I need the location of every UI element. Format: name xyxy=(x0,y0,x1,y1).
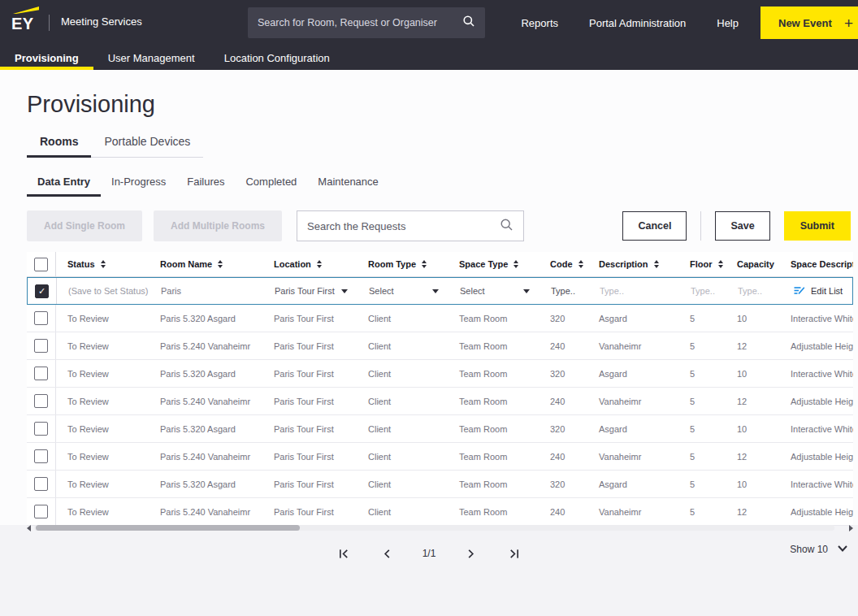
cell-space-type: Team Room xyxy=(448,341,539,351)
column-header-code[interactable]: Code xyxy=(539,259,587,269)
ey-beam-icon xyxy=(13,7,39,14)
tab-maintenance[interactable]: Maintenance xyxy=(307,176,388,197)
sort-icon[interactable] xyxy=(578,260,583,268)
tab-portable-devices[interactable]: Portable Devices xyxy=(91,135,203,158)
column-header-location[interactable]: Location xyxy=(262,259,357,269)
table-row[interactable]: To Review Paris 5.320 Asgard Paris Tour … xyxy=(27,415,853,443)
search-icon[interactable] xyxy=(500,218,514,235)
column-header-floor[interactable]: Floor xyxy=(678,259,726,269)
tab-completed[interactable]: Completed xyxy=(235,176,307,197)
column-header-room-name[interactable]: Room Name xyxy=(149,259,262,269)
table-row[interactable]: To Review Paris 5.240 Vanaheimr Paris To… xyxy=(27,498,853,526)
first-page-button[interactable] xyxy=(336,546,352,562)
submit-button[interactable]: Submit xyxy=(784,211,851,241)
requests-search[interactable] xyxy=(297,210,524,241)
row-checkbox[interactable] xyxy=(34,505,48,518)
cell-space-type: Team Room xyxy=(448,424,539,434)
cell-description: Vanaheimr xyxy=(587,452,678,462)
cell-code: 320 xyxy=(539,314,587,323)
cell-location: Paris Tour First xyxy=(262,397,357,406)
new-event-button[interactable]: New Event + xyxy=(760,7,858,39)
scroll-left-arrow-icon[interactable] xyxy=(27,525,31,531)
sort-icon[interactable] xyxy=(317,260,322,268)
sort-icon[interactable] xyxy=(422,260,427,268)
sort-icon[interactable] xyxy=(514,260,518,268)
scrollbar-thumb[interactable] xyxy=(36,525,300,531)
page-size-select[interactable]: Show 10 xyxy=(790,544,848,555)
edit-list-button[interactable]: Edit List xyxy=(780,284,852,297)
cell-space-description: Adjustable Height Ta xyxy=(779,507,853,517)
room-type-dropdown[interactable]: Select xyxy=(358,278,448,304)
requests-search-input[interactable] xyxy=(307,220,500,232)
cell-room-name: Paris 5.320 Asgard xyxy=(149,314,262,323)
next-page-button[interactable] xyxy=(463,546,479,562)
floor-input[interactable]: Type.. xyxy=(679,286,726,296)
menu-item-portal-administration[interactable]: Portal Administration xyxy=(589,17,686,29)
add-single-room-button[interactable]: Add Single Room xyxy=(27,210,142,241)
add-multiple-rooms-button[interactable]: Add Multiple Rooms xyxy=(154,210,282,241)
row-checkbox[interactable] xyxy=(34,477,48,491)
ey-logo[interactable]: EY xyxy=(11,7,39,33)
nav-item-location-configuration[interactable]: Location Configuration xyxy=(210,46,344,70)
global-search-input[interactable] xyxy=(258,17,462,28)
column-header-space-type[interactable]: Space Type xyxy=(448,259,539,269)
column-header-room-type[interactable]: Room Type xyxy=(357,259,448,269)
search-icon[interactable] xyxy=(462,15,475,31)
top-header: EY Meeting Services Reports Portal Admin… xyxy=(0,0,858,46)
table-row[interactable]: To Review Paris 5.240 Vanaheimr Paris To… xyxy=(27,332,853,360)
table-row[interactable]: To Review Paris 5.240 Vanaheimr Paris To… xyxy=(27,388,853,415)
row-checkbox[interactable] xyxy=(34,422,48,436)
row-checkbox[interactable] xyxy=(34,449,48,463)
space-type-dropdown[interactable]: Select xyxy=(448,278,540,304)
cell-description: Vanaheimr xyxy=(587,341,678,351)
column-header-description[interactable]: Description xyxy=(587,259,678,269)
code-input[interactable]: Type.. xyxy=(540,286,588,296)
column-header-capacity[interactable]: Capacity xyxy=(726,259,779,269)
global-search[interactable] xyxy=(248,7,485,38)
cell-location: Paris Tour First xyxy=(262,341,357,351)
table-row[interactable]: To Review Paris 5.320 Asgard Paris Tour … xyxy=(27,471,853,498)
previous-page-button[interactable] xyxy=(379,546,395,562)
scroll-right-arrow-icon[interactable] xyxy=(849,525,853,531)
description-input[interactable]: Type.. xyxy=(588,286,679,296)
row-checkbox[interactable] xyxy=(34,394,48,408)
column-label: Space Description xyxy=(791,259,853,269)
save-button[interactable]: Save xyxy=(715,211,769,241)
tab-rooms[interactable]: Rooms xyxy=(27,135,91,158)
sort-icon[interactable] xyxy=(654,260,659,268)
cancel-button[interactable]: Cancel xyxy=(622,211,687,241)
scrollbar-track[interactable] xyxy=(34,525,834,531)
cell-space-description: Interactive Whiteboa xyxy=(779,314,853,323)
ey-logo-text: EY xyxy=(11,15,34,33)
column-header-status[interactable]: Status xyxy=(56,259,149,269)
chevron-down-icon xyxy=(523,289,530,293)
cell-space-description: Interactive Whiteboa xyxy=(779,479,853,489)
menu-item-reports[interactable]: Reports xyxy=(521,17,558,29)
location-dropdown[interactable]: Paris Tour First xyxy=(263,278,358,304)
tab-in-progress[interactable]: In-Progress xyxy=(101,176,176,197)
table-row[interactable]: To Review Paris 5.240 Vanaheimr Paris To… xyxy=(27,443,853,471)
row-checkbox[interactable] xyxy=(34,367,48,380)
nav-item-provisioning[interactable]: Provisioning xyxy=(0,46,93,70)
select-all-checkbox[interactable] xyxy=(34,258,48,271)
tab-data-entry[interactable]: Data Entry xyxy=(27,176,101,197)
cell-space-type: Team Room xyxy=(448,369,539,379)
sort-icon[interactable] xyxy=(718,260,723,268)
column-label: Space Type xyxy=(459,259,508,269)
row-checkbox[interactable] xyxy=(34,311,48,325)
row-checkbox-checked[interactable]: ✓ xyxy=(35,284,49,298)
sort-icon[interactable] xyxy=(101,260,106,268)
menu-item-help[interactable]: Help xyxy=(717,17,739,29)
tab-failures[interactable]: Failures xyxy=(176,176,235,197)
nav-item-user-management[interactable]: User Management xyxy=(93,46,210,70)
table-row[interactable]: To Review Paris 5.320 Asgard Paris Tour … xyxy=(27,360,853,388)
last-page-button[interactable] xyxy=(506,546,522,562)
cell-capacity: 10 xyxy=(726,314,779,323)
nav-item-label: Location Configuration xyxy=(224,52,330,64)
sort-icon[interactable] xyxy=(218,260,223,268)
table-row[interactable]: To Review Paris 5.320 Asgard Paris Tour … xyxy=(27,305,853,332)
row-checkbox[interactable] xyxy=(34,339,48,353)
secondary-tabs: Data Entry In-Progress Failures Complete… xyxy=(27,176,389,197)
column-header-space-description[interactable]: Space Description xyxy=(779,259,853,269)
capacity-input[interactable]: Type.. xyxy=(726,286,780,296)
